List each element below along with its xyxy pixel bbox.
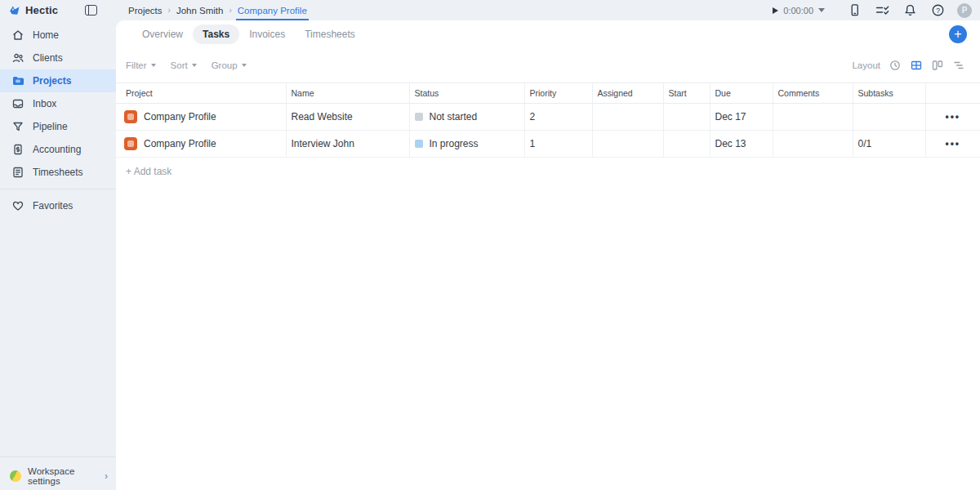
task-name-cell[interactable]: Interview John [286, 131, 409, 158]
sidebar-item-home[interactable]: Home [0, 24, 116, 47]
row-menu-icon[interactable]: ••• [925, 131, 980, 158]
tab-timesheets[interactable]: Timesheets [295, 24, 365, 44]
subtasks-cell[interactable]: 0/1 [853, 131, 925, 158]
sidebar-item-label: Home [33, 29, 59, 41]
caret-down-icon [242, 64, 247, 67]
sidebar-item-clients[interactable]: Clients [0, 47, 116, 69]
status-cell[interactable]: Not started [430, 111, 478, 122]
start-cell[interactable] [663, 104, 710, 131]
hectic-logo-icon [8, 4, 21, 17]
breadcrumb: Projects › John Smith › Company Profile [128, 0, 307, 20]
kanban-layout-icon[interactable] [931, 59, 944, 72]
timer-value: 0:00:00 [783, 6, 813, 16]
main-content: Overview Tasks Invoices Timesheets + Fil… [116, 20, 980, 490]
history-layout-icon[interactable] [889, 59, 902, 72]
topbar-icons: ? P [846, 2, 972, 19]
layout-switcher: Layout [852, 59, 965, 72]
row-menu-icon[interactable]: ••• [925, 104, 980, 131]
sidebar-item-pipeline[interactable]: Pipeline [0, 115, 116, 138]
comments-cell[interactable] [773, 104, 853, 131]
project-avatar-icon [124, 137, 137, 150]
filter-button[interactable]: Filter [126, 60, 156, 70]
play-icon[interactable] [773, 7, 778, 14]
help-icon[interactable]: ? [929, 2, 946, 19]
tab-overview[interactable]: Overview [132, 24, 193, 44]
task-list-icon[interactable] [874, 2, 890, 19]
status-swatch [415, 140, 423, 148]
column-header-subtasks[interactable]: Subtasks [853, 83, 925, 104]
project-cell[interactable]: Company Profile [144, 111, 216, 122]
caret-down-icon [151, 64, 156, 67]
tasks-table: Project Name Status Priority Assigned St… [116, 82, 980, 158]
chevron-down-icon[interactable] [818, 8, 825, 12]
breadcrumb-client[interactable]: John Smith [176, 6, 224, 16]
clients-icon [11, 51, 24, 65]
column-header-comments[interactable]: Comments [773, 83, 853, 104]
column-header-due[interactable]: Due [710, 83, 773, 104]
status-cell[interactable]: In progress [430, 138, 479, 149]
task-name-cell[interactable]: Read Website [286, 104, 409, 131]
svg-text:?: ? [936, 7, 940, 15]
sidebar-divider [0, 189, 116, 189]
notifications-bell-icon[interactable] [902, 2, 918, 19]
caret-down-icon [192, 64, 197, 67]
home-icon [11, 29, 24, 42]
table-row[interactable]: Company Profile Read Website Not started… [116, 104, 980, 131]
logo-text: Hectic [25, 4, 58, 16]
inbox-icon [11, 97, 24, 110]
group-button[interactable]: Group [212, 60, 247, 70]
breadcrumb-projects[interactable]: Projects [128, 6, 163, 16]
column-header-priority[interactable]: Priority [524, 83, 592, 104]
sidebar-toggle-icon[interactable] [85, 5, 97, 16]
start-cell[interactable] [663, 131, 710, 158]
subtasks-cell[interactable] [853, 104, 925, 131]
mobile-app-icon[interactable] [846, 2, 862, 19]
sort-button[interactable]: Sort [171, 60, 197, 70]
sidebar-item-projects[interactable]: Projects [0, 69, 116, 92]
logo[interactable]: Hectic [0, 4, 85, 17]
column-header-name[interactable]: Name [286, 83, 409, 104]
sidebar-item-label: Inbox [33, 98, 56, 109]
chevron-right-icon: › [168, 6, 171, 15]
table-layout-icon[interactable] [910, 59, 923, 72]
priority-cell[interactable]: 2 [524, 104, 592, 131]
priority-cell[interactable]: 1 [524, 131, 592, 158]
sidebar-item-timesheets[interactable]: Timesheets [0, 161, 116, 184]
topbar-right: 0:00:00 ? P [773, 2, 980, 19]
column-header-status[interactable]: Status [409, 83, 524, 104]
sidebar-item-inbox[interactable]: Inbox [0, 92, 116, 115]
tab-tasks[interactable]: Tasks [193, 24, 239, 44]
heart-icon [11, 199, 24, 212]
timer-control[interactable]: 0:00:00 [773, 6, 825, 16]
chevron-right-icon: › [105, 470, 108, 482]
group-label: Group [212, 60, 238, 70]
workspace-settings[interactable]: Workspace settings › [0, 462, 116, 490]
table-toolbar: Filter Sort Group Layout [116, 55, 980, 76]
sidebar-item-label: Favorites [33, 200, 73, 212]
user-avatar[interactable]: P [957, 3, 972, 18]
table-row[interactable]: Company Profile Interview John In progre… [116, 131, 980, 158]
breadcrumb-current[interactable]: Company Profile [238, 0, 307, 20]
table-header-row: Project Name Status Priority Assigned St… [116, 83, 980, 104]
add-task-button[interactable]: + Add task [116, 158, 172, 177]
app-window: Hectic Projects › John Smith › Company P… [0, 0, 980, 490]
project-cell[interactable]: Company Profile [144, 138, 216, 149]
add-new-button[interactable]: + [949, 25, 967, 43]
sort-label: Sort [171, 60, 188, 70]
column-header-assigned[interactable]: Assigned [592, 83, 663, 104]
sidebar-item-accounting[interactable]: Accounting [0, 138, 116, 161]
sidebar-item-label: Clients [33, 52, 63, 64]
sidebar-divider [0, 457, 116, 457]
status-swatch [415, 113, 423, 121]
topbar: Hectic Projects › John Smith › Company P… [0, 0, 980, 20]
comments-cell[interactable] [773, 131, 853, 158]
due-cell[interactable]: Dec 13 [710, 131, 773, 158]
sidebar-nav: Home Clients Projects Inbox [0, 20, 116, 184]
workspace-settings-label: Workspace settings [28, 466, 98, 486]
column-header-project[interactable]: Project [116, 83, 286, 104]
due-cell[interactable]: Dec 17 [710, 104, 773, 131]
gantt-layout-icon[interactable] [952, 59, 965, 72]
sidebar-item-favorites[interactable]: Favorites [0, 194, 116, 217]
tab-invoices[interactable]: Invoices [239, 24, 295, 44]
column-header-start[interactable]: Start [663, 83, 710, 104]
